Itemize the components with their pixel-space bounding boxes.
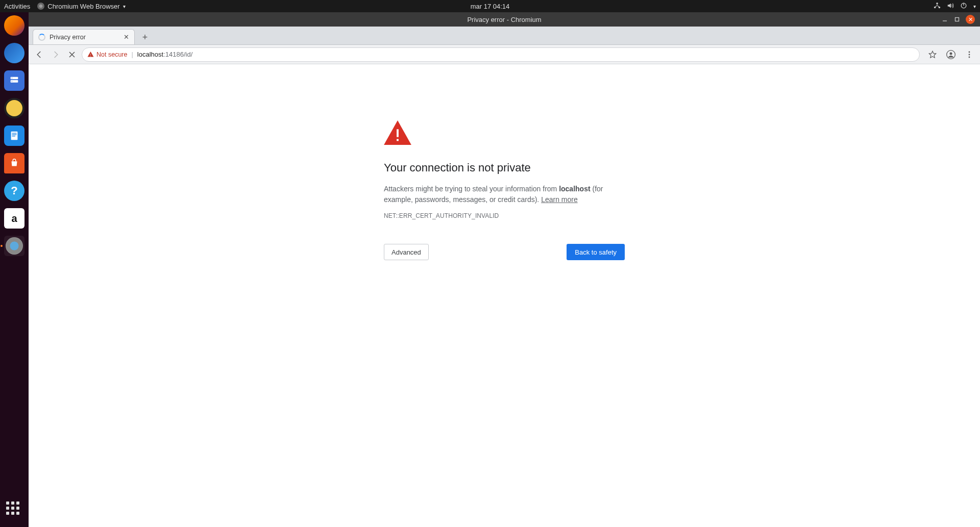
svg-point-17: [969, 56, 970, 58]
dock-app-software[interactable]: [4, 153, 24, 173]
activities-button[interactable]: Activities: [4, 3, 30, 10]
stop-reload-button[interactable]: [65, 48, 79, 61]
svg-point-7: [12, 81, 12, 82]
svg-point-6: [12, 78, 12, 78]
dock-app-thunderbird[interactable]: [4, 43, 24, 63]
back-button[interactable]: [33, 48, 46, 61]
dock-app-chromium[interactable]: [4, 236, 24, 256]
browser-tab[interactable]: Privacy error ✕: [33, 29, 135, 44]
url-path: :14186/id/: [163, 51, 192, 58]
kebab-menu-button[interactable]: [963, 48, 976, 61]
app-menu[interactable]: Chromium Web Browser ▾: [37, 3, 125, 10]
interstitial-heading: Your connection is not private: [384, 161, 625, 174]
loading-spinner-icon: [38, 34, 45, 41]
svg-point-0: [936, 2, 938, 4]
tab-close-button[interactable]: ✕: [124, 33, 129, 41]
volume-icon[interactable]: [947, 2, 954, 11]
ssl-interstitial: Your connection is not private Attackers…: [384, 120, 625, 260]
window-titlebar: Privacy error - Chromium ✕: [29, 12, 980, 27]
power-icon[interactable]: [960, 2, 967, 11]
bookmark-star-button[interactable]: [926, 48, 939, 61]
svg-point-16: [969, 54, 970, 55]
svg-point-14: [950, 52, 952, 55]
security-chip[interactable]: Not secure: [87, 51, 127, 58]
chevron-down-icon: ▾: [123, 4, 126, 9]
warning-triangle-icon: [87, 51, 94, 58]
dock-app-amazon[interactable]: a: [4, 208, 24, 229]
warning-triangle-large-icon: [384, 120, 411, 145]
launcher-dock: ? a: [0, 12, 29, 527]
window-title: Privacy error - Chromium: [467, 16, 541, 23]
page-content: Your connection is not private Attackers…: [29, 64, 980, 527]
chromium-icon: [37, 3, 44, 10]
dock-app-firefox[interactable]: [4, 15, 24, 36]
security-label: Not secure: [96, 51, 127, 58]
system-menu-chevron-icon[interactable]: ▾: [973, 4, 976, 9]
window-close-button[interactable]: ✕: [966, 15, 975, 24]
show-applications-button[interactable]: [6, 501, 22, 518]
back-to-safety-button[interactable]: Back to safety: [567, 244, 625, 260]
learn-more-link[interactable]: Learn more: [541, 195, 578, 204]
app-menu-label: Chromium Web Browser: [47, 3, 119, 10]
window-minimize-button[interactable]: [941, 16, 948, 23]
new-tab-button[interactable]: +: [138, 30, 152, 44]
clock[interactable]: mar 17 04:14: [471, 3, 510, 10]
svg-rect-9: [12, 133, 16, 134]
svg-rect-12: [955, 18, 959, 21]
omnibox-separator: |: [131, 51, 133, 58]
gnome-top-bar: Activities Chromium Web Browser ▾ mar 17…: [0, 0, 980, 12]
advanced-button[interactable]: Advanced: [384, 244, 429, 260]
svg-rect-18: [397, 129, 399, 137]
dock-app-help[interactable]: ?: [4, 181, 24, 201]
svg-rect-11: [12, 136, 15, 136]
dock-app-rhythmbox[interactable]: [4, 98, 24, 118]
error-code[interactable]: NET::ERR_CERT_AUTHORITY_INVALID: [384, 212, 625, 219]
url-host: localhost: [137, 51, 163, 58]
dock-app-writer[interactable]: [4, 126, 24, 146]
browser-window: Privacy error - Chromium ✕ Privacy error…: [29, 12, 980, 527]
interstitial-body: Attackers might be trying to steal your …: [384, 184, 625, 205]
svg-rect-10: [12, 134, 16, 135]
tab-title: Privacy error: [50, 34, 86, 41]
forward-button[interactable]: [49, 48, 62, 61]
window-maximize-button[interactable]: [953, 16, 961, 23]
profile-button[interactable]: [944, 48, 958, 61]
url-display: localhost:14186/id/: [137, 51, 192, 58]
browser-toolbar: Not secure | localhost:14186/id/: [29, 45, 980, 64]
dock-app-files[interactable]: [4, 70, 24, 91]
tab-strip: Privacy error ✕ +: [29, 27, 980, 45]
address-bar[interactable]: Not secure | localhost:14186/id/: [82, 47, 920, 62]
svg-rect-19: [397, 139, 399, 141]
network-icon[interactable]: [934, 2, 941, 11]
svg-point-15: [969, 51, 970, 53]
